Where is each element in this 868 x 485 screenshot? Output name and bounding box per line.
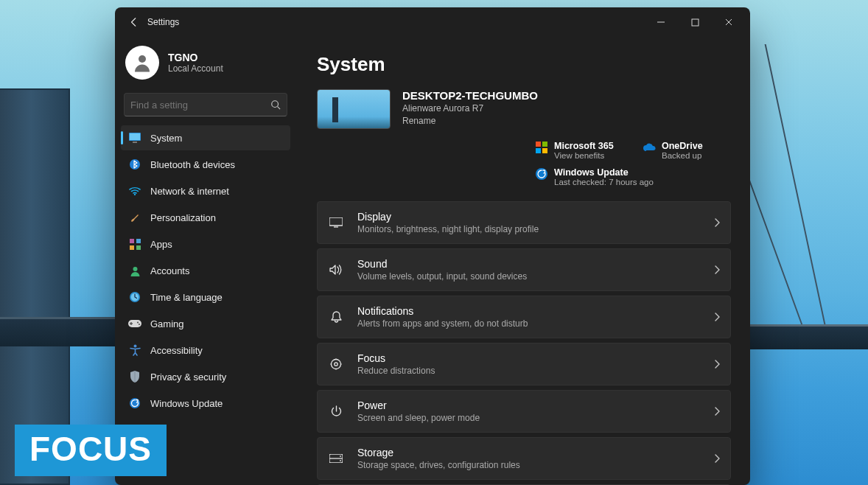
setting-sub: Volume levels, output, input, sound devi…: [357, 271, 701, 282]
status-sub: View benefits: [554, 151, 614, 160]
sidebar-item-label: Personalization: [150, 212, 216, 223]
setting-sub: Alerts from apps and system, do not dist…: [357, 318, 701, 329]
storage-icon: [328, 454, 344, 463]
setting-row-display[interactable]: DisplayMonitors, brightness, night light…: [317, 201, 731, 244]
setting-sub: Screen and sleep, power mode: [357, 413, 701, 423]
sidebar: TGNO Local Account SystemBluetooth & dev…: [115, 37, 296, 485]
accessibility-icon: [128, 343, 141, 357]
sidebar-item-label: Network & internet: [150, 186, 229, 197]
setting-row-sound[interactable]: SoundVolume levels, output, input, sound…: [317, 248, 731, 291]
svg-point-2: [272, 101, 279, 108]
setting-title: Display: [357, 211, 701, 223]
chevron-right-icon: [714, 407, 720, 416]
rename-link[interactable]: Rename: [402, 116, 435, 126]
setting-title: Storage: [357, 447, 701, 458]
status-title: Microsoft 365: [554, 141, 614, 151]
setting-text: NotificationsAlerts from apps and system…: [357, 305, 701, 329]
wallpaper-bridge-deck-left: [0, 317, 118, 346]
setting-title: Focus: [357, 352, 701, 364]
search-icon: [270, 100, 281, 110]
chevron-right-icon: [714, 454, 720, 463]
svg-point-1: [139, 55, 146, 63]
setting-sub: Reduce distractions: [357, 366, 701, 376]
titlebar: Settings: [115, 7, 750, 37]
sidebar-item-time-language[interactable]: Time & language: [121, 285, 290, 310]
svg-point-7: [134, 194, 136, 195]
main-panel: System DESKTOP2-TECHGUMBO Alienware Auro…: [296, 37, 750, 485]
focus-overlay-banner: Focus: [15, 425, 167, 476]
svg-rect-25: [329, 217, 343, 226]
window-title: Settings: [147, 17, 179, 27]
sidebar-item-privacy-security[interactable]: Privacy & security: [121, 364, 290, 389]
sidebar-item-network-internet[interactable]: Network & internet: [121, 178, 290, 203]
status-sub: Last checked: 7 hours ago: [554, 178, 654, 186]
avatar: [125, 46, 159, 80]
sidebar-item-system[interactable]: System: [121, 125, 290, 150]
sidebar-item-label: Time & language: [150, 292, 223, 303]
setting-text: FocusReduce distractions: [357, 352, 701, 376]
sidebar-item-label: Gaming: [150, 318, 184, 329]
setting-title: Power: [357, 399, 701, 411]
sidebar-item-apps[interactable]: Apps: [121, 231, 290, 257]
sidebar-item-gaming[interactable]: Gaming: [121, 311, 290, 336]
bluetooth-icon: [128, 158, 141, 171]
setting-text: StorageStorage space, drives, configurat…: [357, 447, 701, 470]
sidebar-item-label: Privacy & security: [150, 371, 226, 383]
status-windows-update[interactable]: Windows UpdateLast checked: 7 hours ago: [535, 167, 731, 186]
apps-icon: [128, 237, 141, 251]
device-name: DESKTOP2-TECHGUMBO: [402, 89, 538, 102]
setting-row-focus[interactable]: FocusReduce distractions: [317, 343, 731, 385]
globe-clock-icon: [128, 290, 141, 304]
sidebar-item-personalization[interactable]: Personalization: [121, 205, 290, 230]
svg-rect-10: [130, 245, 134, 250]
setting-row-power[interactable]: PowerScreen and sleep, power mode: [317, 390, 731, 433]
back-button[interactable]: [122, 10, 146, 34]
close-button[interactable]: [712, 10, 746, 34]
device-card: DESKTOP2-TECHGUMBO Alienware Aurora R7 R…: [317, 89, 731, 186]
svg-point-18: [133, 344, 136, 347]
chevron-right-icon: [714, 218, 720, 227]
sidebar-item-accessibility[interactable]: Accessibility: [121, 338, 290, 363]
onedrive-icon: [643, 141, 656, 154]
profile-block[interactable]: TGNO Local Account: [121, 40, 290, 91]
status-onedrive[interactable]: OneDriveBacked up: [643, 141, 731, 160]
gamepad-icon: [128, 317, 141, 330]
sidebar-item-accounts[interactable]: Accounts: [121, 258, 290, 283]
ms365-icon: [535, 141, 548, 154]
search-box[interactable]: [124, 93, 287, 116]
sidebar-item-bluetooth-devices[interactable]: Bluetooth & devices: [121, 152, 290, 177]
display-icon: [328, 217, 344, 228]
chevron-right-icon: [714, 313, 720, 321]
settings-window: Settings TGNO Local Account: [115, 7, 750, 485]
svg-rect-9: [136, 239, 141, 243]
nav-list: SystemBluetooth & devicesNetwork & inter…: [121, 125, 290, 416]
settings-list: DisplayMonitors, brightness, night light…: [317, 201, 731, 485]
bell-icon: [328, 311, 344, 323]
minimize-button[interactable]: [644, 10, 678, 34]
setting-text: DisplayMonitors, brightness, night light…: [357, 211, 701, 234]
update-icon: [128, 397, 141, 410]
setting-row-notifications[interactable]: NotificationsAlerts from apps and system…: [317, 296, 731, 338]
maximize-button[interactable]: [678, 10, 712, 34]
svg-point-17: [139, 324, 140, 325]
setting-title: Notifications: [357, 305, 701, 317]
svg-point-30: [340, 460, 341, 461]
sidebar-item-label: Apps: [150, 239, 172, 250]
sidebar-item-label: Windows Update: [150, 398, 223, 409]
setting-sub: Storage space, drives, configuration rul…: [357, 460, 701, 470]
setting-row-storage[interactable]: StorageStorage space, drives, configurat…: [317, 437, 731, 480]
sidebar-item-label: Bluetooth & devices: [150, 159, 235, 170]
status-title: Windows Update: [554, 167, 654, 178]
focus-icon: [328, 358, 344, 370]
shield-icon: [128, 370, 141, 383]
power-icon: [328, 405, 344, 417]
sidebar-item-windows-update[interactable]: Windows Update: [121, 391, 290, 416]
svg-point-12: [133, 267, 137, 271]
search-input[interactable]: [130, 100, 270, 111]
status-grid: Microsoft 365View benefits OneDriveBacke…: [535, 141, 731, 186]
status-ms365[interactable]: Microsoft 365View benefits: [535, 141, 623, 160]
setting-sub: Monitors, brightness, night light, displ…: [357, 224, 701, 234]
person-icon: [128, 264, 141, 277]
svg-rect-21: [542, 142, 547, 147]
device-thumbnail[interactable]: [317, 89, 391, 129]
